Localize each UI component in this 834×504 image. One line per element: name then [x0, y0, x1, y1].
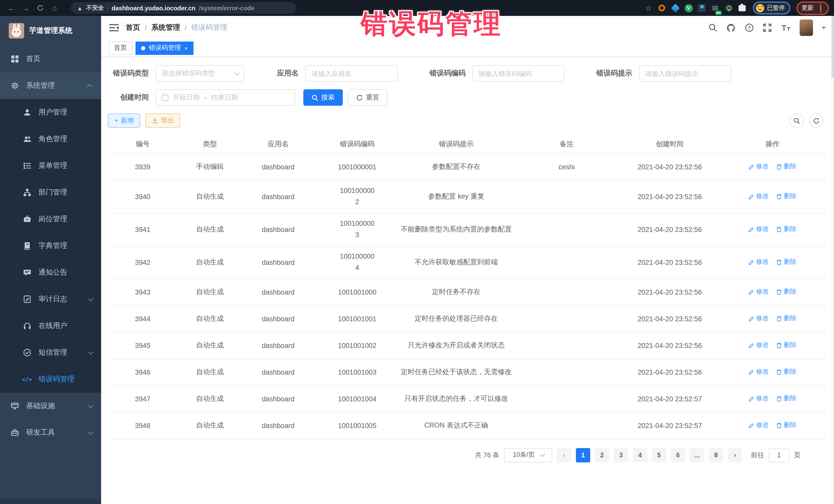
add-button[interactable]: + 新增 [108, 113, 140, 128]
browser-menu-icon[interactable]: ⋮⋮⋮ [817, 5, 824, 11]
reset-button[interactable]: 重置 [348, 89, 388, 106]
page-size-select[interactable]: 10条/页 [504, 448, 552, 462]
ext-blue-gem-icon[interactable] [670, 2, 681, 14]
page-button[interactable]: 6 [671, 448, 685, 462]
sidebar-item-menus[interactable]: 菜单管理 [0, 152, 101, 179]
close-icon[interactable]: × [184, 45, 188, 51]
delete-link[interactable]: 删除 [776, 394, 796, 403]
breadcrumb-home[interactable]: 首页 [126, 23, 140, 32]
bookmark-star-icon[interactable]: ☆ [643, 2, 654, 14]
dict-icon [23, 241, 31, 250]
sidebar-item-sms[interactable]: 短信管理 [0, 339, 101, 366]
hamburger-icon[interactable] [109, 24, 118, 32]
back-icon[interactable]: ← [5, 2, 18, 14]
delete-link[interactable]: 删除 [776, 341, 796, 350]
delete-link[interactable]: 删除 [776, 368, 796, 376]
page-button[interactable]: 2 [595, 448, 609, 462]
ext-green-circle-icon[interactable]: V [683, 2, 694, 14]
sidebar-item-dict[interactable]: 字典管理 [0, 233, 101, 259]
fullscreen-icon[interactable] [763, 23, 772, 32]
error-code-table: 编号 类型 应用名 错误码编码 错误码提示 备注 创建时间 操作 3939手动编… [108, 135, 826, 439]
search-button[interactable]: 搜索 [303, 89, 343, 106]
page-ellipsis[interactable]: ... [690, 448, 704, 462]
forward-icon[interactable]: → [20, 2, 32, 14]
page-button[interactable]: 4 [633, 448, 647, 462]
sidebar-item-audit-log[interactable]: 审计日志 [0, 286, 101, 312]
error-hint-input[interactable] [639, 65, 731, 82]
sidebar-item-home[interactable]: 首页 [0, 46, 101, 72]
edit-link[interactable]: 修改 [748, 341, 769, 350]
sidebar-item-announcements[interactable]: 通知公告 [0, 259, 101, 286]
sidebar-item-error-code[interactable]: </> 错误码管理 [0, 366, 101, 393]
cell-actions: 修改删除 [719, 153, 826, 180]
error-type-select[interactable]: 请选择错误码类型 [155, 65, 244, 82]
total-count: 共 76 条 [475, 451, 499, 460]
scrollbar[interactable] [831, 16, 834, 504]
cell-id: 3939 [108, 153, 178, 180]
error-type-label: 错误码类型 [108, 69, 149, 78]
sidebar-item-posts[interactable]: 岗位管理 [0, 206, 101, 233]
browser-profile-chip[interactable]: 已暂停 [753, 2, 790, 14]
page-button[interactable]: 8 [709, 448, 723, 462]
refresh-table-icon-button[interactable] [809, 113, 823, 128]
error-code-input[interactable] [472, 65, 565, 82]
edit-link[interactable]: 修改 [748, 394, 769, 403]
github-icon[interactable] [726, 23, 736, 32]
edit-link[interactable]: 修改 [748, 421, 769, 430]
page-button[interactable]: 3 [614, 448, 628, 462]
ext-puzzle-icon[interactable] [736, 2, 748, 14]
page-button[interactable]: 1 [576, 448, 590, 462]
edit-link[interactable]: 修改 [748, 258, 769, 267]
refresh-icon[interactable] [34, 2, 46, 14]
cell-actions: 修改删除 [719, 386, 826, 412]
page-button[interactable]: 5 [652, 448, 666, 462]
delete-link[interactable]: 删除 [776, 225, 796, 234]
edit-link[interactable]: 修改 [748, 225, 769, 234]
date-range-picker[interactable]: 开始日期 - 结束日期 [155, 89, 295, 106]
address-bar[interactable]: ▲ 不安全 dashboard.yudao.iocoder.cn/system/… [71, 2, 297, 14]
tab-home[interactable]: 首页 [108, 41, 132, 54]
delete-link[interactable]: 删除 [776, 192, 796, 201]
edit-link[interactable]: 修改 [748, 192, 769, 201]
app-logo[interactable]: 芋道管理系统 [0, 16, 101, 46]
delete-link[interactable]: 删除 [776, 162, 796, 171]
breadcrumb-system[interactable]: 系统管理 [151, 23, 180, 32]
ext-grid-icon[interactable] [696, 2, 707, 14]
sidebar-item-infrastructure[interactable]: 基础设施 [0, 393, 101, 419]
search-icon[interactable] [708, 23, 718, 32]
sidebar-item-online-users[interactable]: 在线用户 [0, 312, 101, 339]
home-icon[interactable]: ⌂ [48, 2, 61, 14]
prev-page-button[interactable]: ‹ [557, 448, 571, 462]
sidebar-collapse-bar[interactable] [0, 499, 101, 504]
show-search-icon-button[interactable] [789, 113, 804, 128]
app-name-input[interactable] [305, 65, 398, 82]
browser-update-button[interactable]: 更新 ⋮⋮⋮ [796, 1, 829, 15]
sidebar-item-dev-tools[interactable]: 研发工具 [0, 419, 101, 446]
sidebar-item-system[interactable]: 系统管理 [0, 72, 101, 99]
goto-page-input[interactable] [769, 448, 789, 462]
delete-link[interactable]: 删除 [776, 314, 796, 323]
ext-key-icon[interactable] [723, 2, 734, 14]
sidebar-item-users[interactable]: 用户管理 [0, 99, 101, 126]
next-page-button[interactable]: › [728, 448, 742, 462]
edit-link[interactable]: 修改 [748, 368, 769, 376]
caret-down-icon[interactable] [822, 26, 826, 29]
export-button[interactable]: 导出 [146, 113, 180, 128]
ext-orange-ring-icon[interactable] [656, 2, 667, 14]
edit-link[interactable]: 修改 [748, 162, 769, 171]
sidebar-item-roles[interactable]: 角色管理 [0, 126, 101, 152]
user-avatar[interactable] [799, 20, 813, 36]
font-size-icon[interactable] [781, 24, 791, 32]
delete-link[interactable]: 删除 [776, 288, 796, 297]
tab-error-code[interactable]: 错误码管理 × [135, 41, 194, 54]
edit-link[interactable]: 修改 [748, 314, 769, 323]
scrollbar-thumb[interactable] [831, 16, 834, 78]
delete-link[interactable]: 删除 [776, 421, 796, 430]
help-icon[interactable]: ? [745, 23, 754, 32]
cell-app: dashboard [242, 246, 314, 279]
edit-link[interactable]: 修改 [748, 288, 769, 297]
delete-link[interactable]: 删除 [776, 258, 796, 267]
sidebar-item-departments[interactable]: 部门管理 [0, 179, 101, 206]
cell-remark [512, 246, 621, 279]
ext-list-icon[interactable]: on [709, 2, 721, 14]
